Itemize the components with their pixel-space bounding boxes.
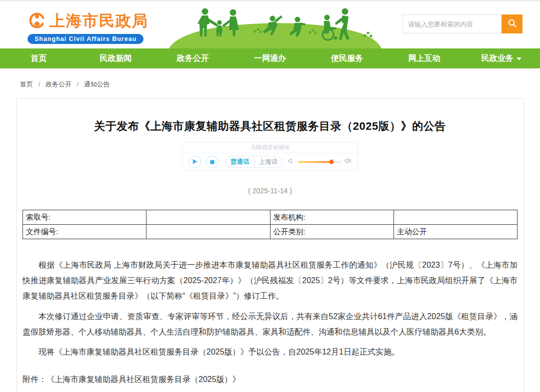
breadcrumb-separator: / bbox=[38, 80, 40, 88]
audio-player-title: 无障碍语音播报 bbox=[182, 142, 358, 153]
site-subtitle: Shanghai Civil Affairs Bureau bbox=[28, 34, 144, 44]
meta-label-document-number: 文件编号: bbox=[23, 225, 146, 239]
play-button[interactable] bbox=[188, 156, 201, 168]
play-icon bbox=[192, 158, 198, 166]
site-search bbox=[402, 14, 522, 33]
paragraph-3: 现将《上海市康复辅助器具社区租赁服务目录（2025版）》予以公告，自2025年1… bbox=[22, 344, 518, 360]
lang-option-shanghainese[interactable]: 上海话 bbox=[254, 156, 282, 167]
main-nav: 首页 民政新闻 政务公开 一网通办 便民服务 网上互动 民政业务 bbox=[0, 48, 540, 68]
breadcrumb-home[interactable]: 首页 bbox=[20, 80, 33, 88]
paragraph-2: 本次修订通过企业申请、资质审查、专家评审等环节，经公示无异议后，共有来自52家企… bbox=[22, 309, 518, 340]
document-meta-table: 索取号: 发布机构: 文件编号: 公开类别: 主动公开 bbox=[22, 210, 518, 239]
speaker-loud-icon bbox=[344, 157, 352, 166]
search-icon bbox=[508, 18, 517, 29]
attachment-label: 附件： bbox=[22, 375, 46, 385]
site-header: 上海市民政局 Shanghai Civil Affairs Bureau bbox=[0, 1, 540, 48]
volume-slider-fill bbox=[298, 161, 332, 163]
article-container: 关于发布《上海市康复辅助器具社区租赁服务目录（2025版）》的公告 无障碍语音播… bbox=[16, 98, 524, 392]
volume-control bbox=[288, 157, 352, 166]
meta-value-disclosure-category: 主动公开 bbox=[394, 225, 517, 239]
table-row: 索取号: 发布机构: bbox=[23, 210, 518, 225]
nav-item-gov-affairs[interactable]: 政务公开 bbox=[154, 48, 232, 68]
stop-icon bbox=[210, 158, 214, 166]
meta-value-document-number bbox=[146, 225, 270, 239]
stop-button[interactable] bbox=[206, 156, 218, 168]
lang-option-mandarin[interactable]: 普通话 bbox=[226, 156, 254, 167]
search-button[interactable] bbox=[502, 14, 522, 33]
meta-value-index-number bbox=[146, 210, 270, 225]
search-input[interactable] bbox=[402, 14, 502, 33]
language-toggle: 普通话 上海话 bbox=[226, 156, 282, 168]
audio-player: 无障碍语音播报 普通话 上海话 bbox=[182, 142, 358, 171]
breadcrumb: 首页 / 政务公开 / 通知公告 bbox=[0, 68, 540, 96]
paragraph-1: 根据《上海市民政局 上海市财政局关于进一步推进本市康复辅助器具社区租赁服务工作的… bbox=[22, 257, 518, 304]
attachment-line: 附件： 《上海市康复辅助器具社区租赁服务目录（2025版）》 bbox=[22, 375, 518, 385]
volume-slider-knob[interactable] bbox=[330, 160, 334, 164]
hands-emblem-icon bbox=[28, 10, 46, 31]
meta-label-disclosure-category: 公开类别: bbox=[270, 225, 394, 239]
breadcrumb-separator: / bbox=[77, 80, 79, 88]
nav-item-online-interaction[interactable]: 网上互动 bbox=[386, 48, 462, 68]
nav-item-civil-business[interactable]: 民政业务 bbox=[463, 48, 540, 68]
nav-item-news[interactable]: 民政新闻 bbox=[77, 48, 154, 68]
page-title: 关于发布《上海市康复辅助器具社区租赁服务目录（2025版）》的公告 bbox=[22, 119, 518, 134]
nav-item-one-stop[interactable]: 一网通办 bbox=[232, 48, 308, 68]
nav-item-public-service[interactable]: 便民服务 bbox=[308, 48, 386, 68]
speaker-low-icon bbox=[288, 157, 294, 166]
table-row: 文件编号: 公开类别: 主动公开 bbox=[23, 225, 518, 239]
chevron-down-icon bbox=[516, 57, 522, 60]
site-title: 上海市民政局 bbox=[50, 10, 148, 31]
breadcrumb-gov-affairs[interactable]: 政务公开 bbox=[46, 80, 72, 88]
article-body: 根据《上海市民政局 上海市财政局关于进一步推进本市康复辅助器具社区租赁服务工作的… bbox=[22, 257, 518, 360]
attachment-link[interactable]: 《上海市康复辅助器具社区租赁服务目录（2025版）》 bbox=[46, 375, 240, 385]
volume-slider[interactable] bbox=[298, 161, 341, 163]
breadcrumb-notices[interactable]: 通知公告 bbox=[84, 80, 110, 88]
site-logo[interactable]: 上海市民政局 Shanghai Civil Affairs Bureau bbox=[28, 10, 148, 44]
meta-label-index-number: 索取号: bbox=[23, 210, 146, 225]
meta-label-issuing-agency: 发布机构: bbox=[270, 210, 394, 225]
nav-item-home[interactable]: 首页 bbox=[0, 48, 77, 68]
publish-date: ( 2025-11-14 ) bbox=[22, 187, 518, 195]
family-illustration bbox=[169, 2, 381, 48]
meta-value-issuing-agency bbox=[394, 210, 517, 225]
